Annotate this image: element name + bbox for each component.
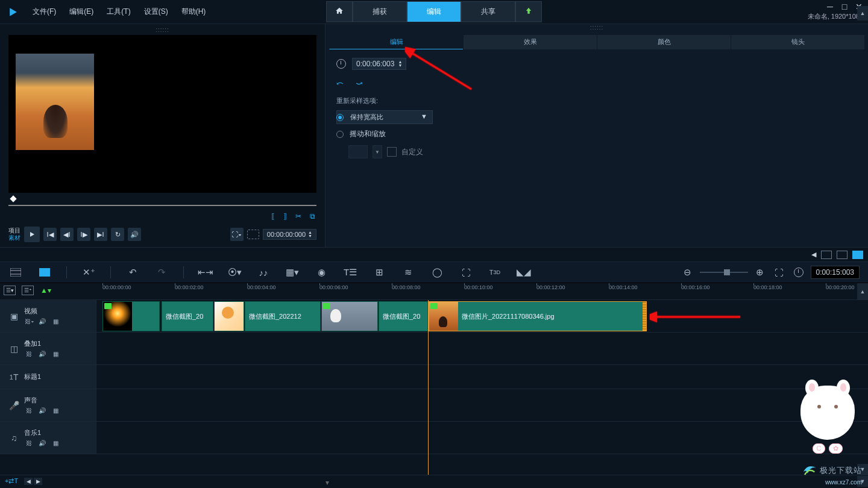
duration-spinner[interactable]: ▲▼ (398, 60, 402, 67)
collapse-left-icon[interactable]: ◀ (811, 251, 816, 258)
view-storyboard-button[interactable] (821, 251, 832, 259)
goto-start-button[interactable]: I◀ (43, 228, 57, 241)
clip-6[interactable]: 微信截图_20 (379, 301, 428, 331)
prop-tab-effect[interactable]: 效果 (463, 35, 597, 49)
track-link-button[interactable]: ⛓ (24, 439, 34, 447)
track-lock-button[interactable]: ▦ (51, 317, 60, 325)
clip-2[interactable]: 微信截图_20 (162, 301, 213, 331)
prev-frame-button[interactable]: ◀I (60, 228, 74, 241)
track-button[interactable]: ⛶ (459, 265, 473, 280)
mark-out-icon[interactable]: ⟧ (283, 212, 287, 221)
prop-tab-edit[interactable]: 编辑 (329, 35, 463, 49)
preview-canvas[interactable] (8, 35, 316, 193)
record-button[interactable]: ⦿▾ (227, 265, 242, 280)
track-link-button[interactable]: ⛓▾ (24, 317, 34, 325)
goto-end-button[interactable]: ▶I (94, 228, 107, 241)
pane-drag-handle-2[interactable]: :::::: (326, 24, 868, 29)
project-mode-label[interactable]: 项目 (8, 227, 20, 234)
clip-selected[interactable]: 微信图片_20221117080346.jpg (429, 301, 647, 331)
play-button[interactable] (24, 227, 40, 242)
custom-dropdown[interactable]: ▼ (373, 145, 382, 158)
track-mute-button[interactable]: 🔊 (37, 349, 47, 358)
storyboard-mode-button[interactable] (8, 265, 23, 280)
timeline-timecode[interactable]: 0:00:15:003 (811, 266, 860, 279)
prop-tab-color[interactable]: 颜色 (597, 35, 731, 49)
keep-ratio-radio[interactable] (336, 114, 344, 121)
safe-zone-button[interactable] (247, 230, 259, 239)
track-lock-button[interactable]: ▦ (51, 406, 60, 414)
snapshot-icon[interactable]: ⧉ (310, 212, 315, 221)
rotate-right-button[interactable]: ⤻ (356, 78, 368, 88)
clip-1[interactable] (102, 301, 160, 331)
track-add-button[interactable]: ☰⁺ (22, 286, 34, 295)
zoom-in-button[interactable]: ⊕ (753, 265, 767, 280)
hscroll-left[interactable]: ◀ (24, 478, 33, 485)
track-toggle-button[interactable]: ▲▾ (40, 286, 52, 295)
speed-button[interactable]: ≋ (401, 265, 415, 280)
track-mute-button[interactable]: 🔊 (37, 406, 47, 414)
tab-home[interactable] (326, 1, 353, 22)
scrub-bar[interactable] (8, 205, 316, 206)
track-mute-button[interactable]: 🔊 (37, 317, 47, 325)
cut-icon[interactable]: ✂ (295, 212, 301, 221)
next-frame-button[interactable]: I▶ (77, 228, 90, 241)
subtitle-button[interactable]: T☰ (343, 265, 357, 280)
motion-button[interactable]: ◯ (430, 265, 444, 280)
tab-edit[interactable]: 编辑 (407, 1, 461, 22)
crop-icon[interactable] (387, 147, 397, 157)
menu-tools[interactable]: 工具(T) (105, 4, 131, 19)
redo-button[interactable]: ↷ (154, 265, 169, 280)
pan-zoom-radio[interactable] (336, 131, 344, 138)
tools-button[interactable]: ✕⁺ (81, 265, 96, 280)
layers-button[interactable]: ◉ (314, 265, 329, 280)
zoom-fit-button[interactable]: ⛶ (772, 265, 787, 280)
3d-title-button[interactable]: T3D (488, 265, 502, 280)
mask-button[interactable]: ◣◢ (517, 265, 531, 280)
scrub-marker[interactable] (10, 195, 16, 202)
track-lock-button[interactable]: ▦ (51, 439, 60, 447)
rotate-left-button[interactable]: ⤺ (336, 78, 348, 88)
window-maximize-button[interactable]: □ (840, 2, 849, 11)
timeline-scroll-up[interactable]: ▲ (857, 283, 868, 300)
timeline-mode-button[interactable] (37, 265, 52, 280)
track-link-button[interactable]: ⛓ (24, 349, 34, 358)
undo-button[interactable]: ↶ (125, 265, 140, 280)
aspect-button[interactable]: ⛶▾ (230, 228, 244, 241)
menu-edit[interactable]: 编辑(E) (68, 4, 95, 19)
menu-help[interactable]: 帮助(H) (180, 4, 207, 19)
zoom-out-button[interactable]: ⊖ (681, 265, 695, 280)
preview-timecode[interactable]: 00:00:00:000 ▲▼ (263, 229, 316, 240)
zoom-slider[interactable] (700, 272, 748, 273)
tab-capture[interactable]: 捕获 (353, 1, 407, 22)
pane-drag-handle[interactable]: :::::: (2, 27, 322, 31)
material-mode-label[interactable]: 素材 (8, 234, 20, 242)
volume-button[interactable]: 🔊 (128, 228, 141, 241)
prop-tab-camera[interactable]: 镜头 (731, 35, 864, 49)
menu-settings[interactable]: 设置(S) (143, 4, 169, 19)
pane-resize-handle[interactable]: ▾ (326, 478, 329, 487)
playhead[interactable] (428, 300, 429, 475)
track-link-button[interactable]: ⛓ (24, 406, 34, 414)
props-scroll-up[interactable]: ▲ (857, 6, 868, 20)
hscroll-right[interactable]: ▶ (34, 478, 42, 485)
window-minimize-button[interactable]: ─ (826, 2, 834, 11)
clip-4[interactable]: 微信截图_202212 (245, 301, 321, 331)
track-lock-button[interactable]: ▦ (51, 349, 60, 358)
view-edit-button[interactable] (852, 251, 863, 259)
mark-in-icon[interactable]: ⟦ (271, 212, 275, 221)
view-timeline-button[interactable] (837, 251, 848, 259)
track-mute-button[interactable]: 🔊 (37, 439, 47, 447)
clip-3-thumb[interactable] (214, 301, 244, 331)
duration-input[interactable]: 0:00:06:003 ▲▼ (352, 58, 406, 70)
add-track-button[interactable]: +⇄T (5, 477, 18, 485)
clip-5-thumb[interactable] (321, 301, 378, 331)
track-options-button[interactable]: ☰▾ (4, 286, 16, 295)
tab-share[interactable]: 共享 (461, 1, 515, 22)
render-button[interactable]: ▦▾ (285, 265, 300, 280)
keep-ratio-combo[interactable]: 保持宽高比 ▼ (336, 110, 433, 124)
loop-button[interactable]: ↻ (111, 228, 124, 241)
grid-button[interactable]: ⊞ (372, 265, 386, 280)
custom-swatch[interactable] (348, 145, 368, 158)
trim-button[interactable]: ⇤⇥ (198, 265, 213, 280)
audio-button[interactable]: ♪♪ (256, 265, 271, 280)
